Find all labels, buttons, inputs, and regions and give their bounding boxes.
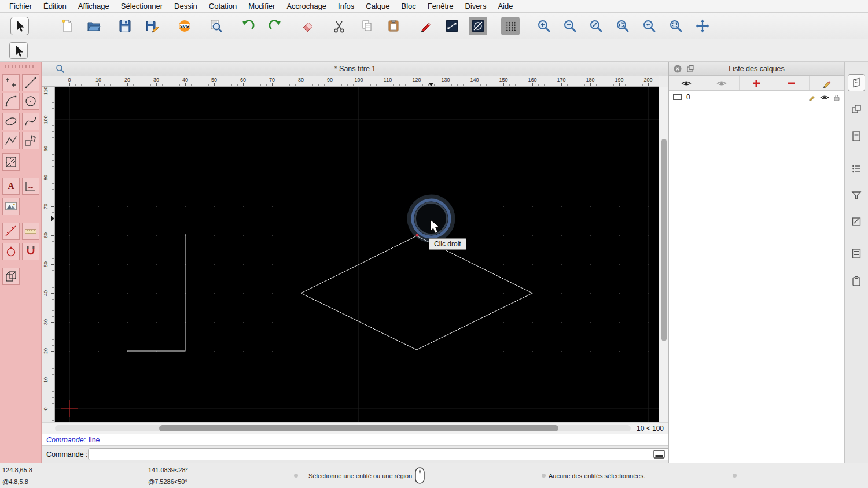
vertical-scrollbar[interactable] <box>659 87 668 422</box>
eye-icon <box>681 80 692 87</box>
pen-attributes-button[interactable] <box>443 17 461 35</box>
layer-edit-icon[interactable] <box>808 94 816 101</box>
redo-button[interactable] <box>266 17 285 35</box>
save-button[interactable] <box>116 17 134 35</box>
dock-icon-8[interactable] <box>848 272 865 290</box>
dock-icon-5[interactable] <box>848 187 865 204</box>
hatch-tool[interactable] <box>2 153 20 171</box>
ruler-tool[interactable] <box>22 223 39 240</box>
polyline-tool[interactable] <box>2 132 20 149</box>
circle-tool[interactable] <box>22 93 39 110</box>
detach-panel-icon[interactable] <box>686 65 694 73</box>
menu-calque[interactable]: Calque <box>360 0 395 13</box>
dock-icon-4[interactable] <box>848 160 865 178</box>
dock-icon-1[interactable] <box>848 74 865 91</box>
svg-icon: SVG <box>177 19 192 34</box>
measure-tool[interactable] <box>2 223 20 240</box>
menu-infos[interactable]: Infos <box>332 0 360 13</box>
status-bar: 124.8,65.8 @4.8,5.8 141.0839<28° @7.5286… <box>0 463 868 488</box>
menu-affichage[interactable]: Affichage <box>72 0 115 13</box>
status-dot <box>542 474 546 478</box>
cube-tool[interactable] <box>2 268 20 285</box>
menu-edition[interactable]: Édition <box>38 0 72 13</box>
menu-dessin[interactable]: Dessin <box>168 0 203 13</box>
edit-layer-button[interactable] <box>810 76 844 90</box>
export-svg-button[interactable]: SVG <box>175 17 194 35</box>
show-all-layers-button[interactable] <box>669 76 704 90</box>
zoom-out-button[interactable] <box>561 17 579 35</box>
dimension-tool[interactable] <box>22 178 39 195</box>
modify-tool[interactable] <box>2 243 20 260</box>
ruler-tick <box>503 83 504 86</box>
menu-aide[interactable]: Aide <box>492 0 518 13</box>
layer-color-box[interactable] <box>673 94 682 100</box>
image-tool[interactable] <box>2 198 20 215</box>
ruler-number: 30 <box>43 316 50 328</box>
remove-layer-button[interactable] <box>774 76 810 90</box>
ruler-number: 80 <box>298 77 304 83</box>
zoom-redraw-button[interactable] <box>613 17 632 35</box>
ruler-tick <box>417 83 417 86</box>
zoom-window-button[interactable] <box>667 17 685 35</box>
palette-handle[interactable] <box>5 65 36 68</box>
ruler-number: 30 <box>153 77 159 83</box>
circle-slash-icon <box>470 19 486 34</box>
pen-button[interactable] <box>417 17 435 35</box>
polygon-tool[interactable] <box>22 132 39 149</box>
points-tool[interactable] <box>2 74 20 91</box>
ruler-tick <box>51 293 54 294</box>
hide-all-layers-button[interactable] <box>704 76 740 90</box>
menu-accrochage[interactable]: Accrochage <box>281 0 332 13</box>
undo-button[interactable] <box>238 17 257 35</box>
menu-selectionner[interactable]: Sélectionner <box>115 0 168 13</box>
line-tool[interactable] <box>22 74 39 91</box>
vertical-scrollbar-thumb[interactable] <box>661 139 667 341</box>
spline-tool[interactable] <box>22 113 39 130</box>
save-icon <box>117 19 133 34</box>
layer-row[interactable]: 0 <box>669 91 844 103</box>
copy-button[interactable] <box>358 17 376 35</box>
new-file-button[interactable] <box>58 17 76 35</box>
ruler-tick <box>51 206 54 207</box>
drawing-canvas[interactable] <box>55 87 659 422</box>
command-input[interactable] <box>88 448 690 460</box>
grid-toggle-button[interactable] <box>501 17 520 35</box>
snap-tool[interactable] <box>22 243 39 260</box>
text-tool[interactable]: A <box>2 178 20 195</box>
layer-lock-icon[interactable] <box>833 94 840 101</box>
dock-icon-2[interactable] <box>848 101 865 118</box>
dock-icon-7[interactable] <box>848 245 865 262</box>
menu-fichier[interactable]: Fichier <box>3 0 38 13</box>
menu-modifier[interactable]: Modifier <box>242 0 281 13</box>
ellipse-tool[interactable] <box>2 113 20 130</box>
entity-attributes-button[interactable] <box>469 17 487 35</box>
menu-cotation[interactable]: Cotation <box>203 0 242 13</box>
paste-button[interactable] <box>384 17 403 35</box>
horizontal-scrollbar[interactable] <box>55 425 631 431</box>
erase-button[interactable] <box>299 17 317 35</box>
open-file-button[interactable] <box>84 17 103 35</box>
keyboard-icon[interactable] <box>653 450 665 459</box>
zoom-previous-button[interactable] <box>640 17 659 35</box>
ruler-number: 100 <box>43 114 50 125</box>
menu-fenetre[interactable]: Fenêtre <box>422 0 459 13</box>
save-as-button[interactable] <box>143 17 161 35</box>
menu-divers[interactable]: Divers <box>459 0 492 13</box>
layer-visibility-icon[interactable] <box>820 94 829 101</box>
select-arrow-button[interactable] <box>9 42 28 59</box>
cut-button[interactable] <box>330 17 348 35</box>
zoom-in-button[interactable] <box>535 17 553 35</box>
ruler-tick <box>185 83 186 86</box>
grid-dots-icon <box>505 21 516 31</box>
zoom-auto-button[interactable] <box>587 17 605 35</box>
select-tool-button[interactable] <box>10 17 29 35</box>
arc-tool[interactable] <box>2 93 20 110</box>
horizontal-scrollbar-thumb[interactable] <box>159 425 558 431</box>
close-icon[interactable] <box>674 65 682 73</box>
print-preview-button[interactable] <box>207 17 225 35</box>
dock-icon-6[interactable] <box>848 213 865 230</box>
add-layer-button[interactable] <box>740 76 775 90</box>
dock-icon-3[interactable] <box>848 127 865 145</box>
pan-button[interactable] <box>693 17 712 35</box>
menu-bloc[interactable]: Bloc <box>395 0 421 13</box>
